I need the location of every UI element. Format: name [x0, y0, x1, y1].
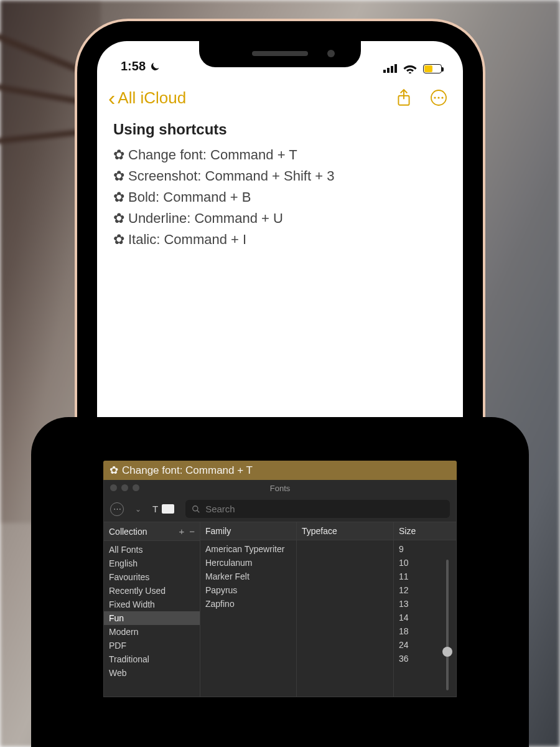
color-swatch[interactable] [162, 504, 174, 514]
add-collection-button[interactable]: + [179, 526, 184, 537]
note-line: ✿Italic: Command + I [113, 229, 447, 250]
flower-icon: ✿ [110, 464, 118, 477]
size-slider-thumb[interactable] [442, 647, 452, 657]
svg-line-10 [197, 510, 200, 512]
note-body[interactable]: Using shortcuts ✿Change font: Command + … [97, 113, 463, 258]
list-item[interactable]: Recently Used [104, 584, 200, 598]
notch [199, 41, 361, 67]
list-item[interactable]: Papyrus [200, 583, 296, 597]
back-label: All iCloud [118, 88, 186, 108]
list-item[interactable]: 9 [394, 542, 456, 556]
list-item[interactable]: Marker Felt [200, 570, 296, 583]
note-title: Using shortcuts [113, 121, 447, 138]
wifi-icon [403, 63, 417, 73]
note-line: ✿Screenshot: Command + Shift + 3 [113, 166, 447, 187]
do-not-disturb-icon [149, 61, 161, 72]
chevron-left-icon: ‹ [108, 87, 115, 108]
svg-point-7 [437, 96, 439, 98]
remove-collection-button[interactable]: − [189, 526, 195, 537]
svg-rect-0 [383, 70, 386, 73]
window-titlebar[interactable]: Fonts [104, 480, 456, 496]
status-time: 1:58 [121, 59, 146, 73]
note-line: ✿Change font: Command + T [113, 144, 447, 166]
font-search-input[interactable]: Search [185, 500, 450, 518]
note-line: ✿Underline: Command + U [113, 208, 447, 229]
svg-rect-3 [394, 64, 397, 73]
list-item[interactable]: Traditional [104, 652, 200, 666]
list-item[interactable]: PDF [104, 639, 200, 652]
text-color-control[interactable]: T [152, 504, 174, 514]
window-traffic-lights[interactable] [110, 484, 139, 491]
overlay-panel: ✿ Change font: Command + T Fonts ⋯ ⌄ T [31, 417, 529, 747]
share-button[interactable] [396, 88, 412, 107]
collection-header: Collection [109, 527, 147, 537]
list-item[interactable]: Modern [104, 625, 200, 639]
size-column: Size 91011121314182436 [394, 522, 456, 697]
svg-point-9 [193, 505, 198, 510]
list-item[interactable]: American Typewriter [200, 542, 296, 556]
typeface-header: Typeface [302, 526, 337, 536]
battery-icon [423, 64, 442, 73]
list-item[interactable]: Favourites [104, 570, 200, 584]
list-item[interactable]: Herculanum [200, 556, 296, 570]
svg-point-8 [441, 96, 443, 98]
family-header: Family [205, 526, 231, 536]
family-column: Family American TypewriterHerculanumMark… [200, 522, 297, 697]
search-placeholder: Search [205, 504, 235, 514]
list-item[interactable]: English [104, 557, 200, 570]
list-item[interactable]: Fixed Width [104, 598, 200, 611]
nav-bar: ‹ All iCloud [97, 75, 463, 113]
text-preview-label: T [152, 504, 158, 514]
toolbar-dropdown-caret-icon[interactable]: ⌄ [135, 505, 141, 514]
fonts-toolbar: ⋯ ⌄ T Search [104, 496, 456, 522]
list-item[interactable]: Fun [104, 611, 200, 625]
search-icon [192, 505, 200, 514]
cellular-signal-icon [383, 64, 397, 73]
size-slider-track[interactable] [446, 560, 449, 690]
collection-column: Collection + − All FontsEnglishFavourite… [104, 522, 200, 697]
highlight-strip-text: Change font: Command + T [122, 464, 253, 477]
list-item[interactable]: Zapfino [200, 597, 296, 611]
list-item[interactable]: All Fonts [104, 543, 200, 557]
list-item[interactable]: Web [104, 666, 200, 680]
typeface-column: Typeface [297, 522, 394, 697]
more-button[interactable] [429, 88, 448, 107]
highlight-strip: ✿ Change font: Command + T [103, 461, 457, 480]
note-line: ✿Bold: Command + B [113, 187, 447, 208]
svg-rect-1 [387, 68, 390, 73]
svg-point-6 [434, 96, 436, 98]
fonts-window: Fonts ⋯ ⌄ T Search Col [103, 480, 457, 697]
window-title: Fonts [270, 484, 291, 493]
toolbar-more-button[interactable]: ⋯ [110, 502, 124, 516]
svg-rect-2 [391, 66, 393, 73]
back-button[interactable]: ‹ All iCloud [108, 87, 186, 108]
size-header: Size [399, 526, 416, 536]
